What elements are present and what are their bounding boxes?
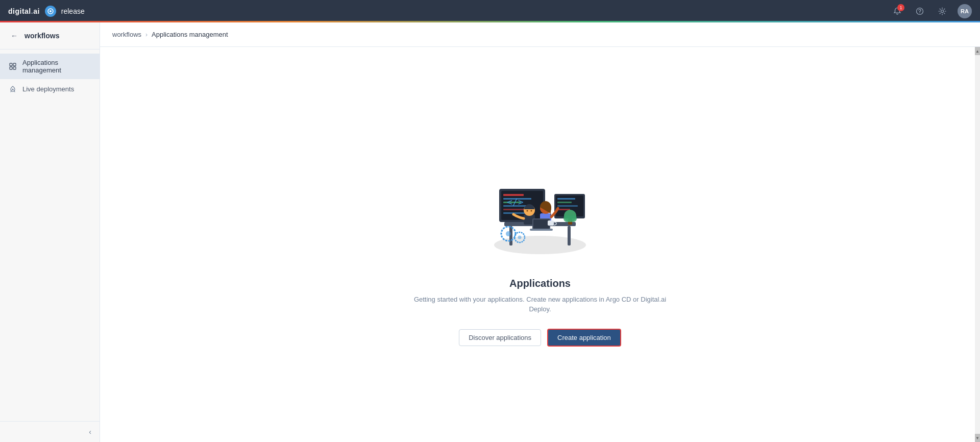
sidebar-collapse-button[interactable]: ‹ — [89, 428, 91, 436]
main-content: </> — [100, 47, 980, 442]
svg-text:</>: </> — [507, 197, 524, 207]
svg-rect-23 — [519, 222, 523, 225]
release-label: release — [61, 7, 85, 15]
svg-rect-47 — [548, 220, 554, 226]
svg-rect-26 — [557, 198, 575, 200]
svg-rect-20 — [503, 209, 526, 210]
sidebar-back-label: workflows — [24, 32, 59, 40]
svg-rect-7 — [10, 67, 12, 69]
breadcrumb: workflows › Applications management — [100, 22, 980, 47]
svg-point-45 — [564, 215, 571, 222]
svg-rect-29 — [557, 209, 570, 210]
empty-state-actions: Discover applications Create application — [459, 329, 621, 347]
svg-point-1 — [50, 10, 52, 12]
rocket-icon — [8, 84, 17, 93]
svg-point-46 — [570, 215, 577, 222]
brand-name: digital.ai — [8, 7, 40, 15]
sidebar-item-live-deployments[interactable]: Live deployments — [0, 79, 100, 99]
svg-point-9 — [12, 89, 13, 90]
svg-point-33 — [518, 235, 522, 239]
navbar-actions: 1 RA — [890, 4, 972, 18]
user-avatar[interactable]: RA — [958, 4, 972, 18]
svg-point-3 — [919, 13, 920, 13]
svg-rect-41 — [533, 219, 549, 229]
create-application-button[interactable]: Create application — [547, 329, 621, 347]
svg-point-37 — [531, 210, 532, 211]
sidebar-item-applications-management[interactable]: Applications management — [0, 54, 100, 79]
empty-state-subtitle: Getting started with your applications. … — [407, 294, 673, 314]
sidebar-item-label: Live deployments — [22, 85, 74, 93]
help-button[interactable] — [913, 4, 927, 18]
discover-applications-button[interactable]: Discover applications — [459, 329, 541, 346]
breadcrumb-parent[interactable]: workflows — [112, 31, 141, 38]
empty-state-title: Applications — [509, 278, 571, 289]
release-icon — [45, 6, 56, 17]
svg-rect-13 — [568, 226, 571, 245]
svg-rect-28 — [557, 205, 578, 207]
svg-point-31 — [506, 231, 511, 236]
scrollbar-down-button[interactable]: ▼ — [975, 434, 980, 442]
notification-badge: 1 — [897, 4, 904, 11]
sidebar-back-button[interactable]: ← workflows — [0, 22, 100, 50]
navbar-brand: digital.ai release — [8, 6, 85, 17]
scrollbar-track: ▲ ▼ — [975, 47, 980, 442]
svg-rect-42 — [530, 229, 553, 231]
scrollbar-up-button[interactable]: ▲ — [975, 47, 980, 55]
svg-rect-8 — [13, 67, 16, 69]
svg-rect-5 — [10, 63, 12, 66]
sidebar-footer: ‹ — [0, 421, 100, 442]
svg-rect-16 — [503, 194, 524, 196]
sidebar-item-label: Applications management — [22, 59, 91, 74]
svg-rect-6 — [13, 63, 16, 66]
settings-button[interactable] — [935, 4, 949, 18]
top-navbar: digital.ai release 1 — [0, 0, 980, 22]
sidebar: ← workflows Applications management — [0, 22, 100, 442]
empty-state: </> — [387, 122, 693, 367]
svg-point-10 — [494, 236, 586, 254]
breadcrumb-current: Applications management — [152, 31, 228, 38]
sidebar-nav: Applications management Live deployments — [0, 50, 100, 421]
notifications-button[interactable]: 1 — [890, 4, 904, 18]
content-area: workflows › Applications management — [100, 22, 980, 442]
breadcrumb-separator: › — [145, 31, 148, 38]
svg-point-4 — [941, 10, 944, 13]
svg-point-36 — [527, 210, 528, 211]
grid-icon — [8, 62, 17, 71]
empty-state-illustration: </> — [469, 143, 611, 265]
back-arrow-icon: ← — [8, 30, 20, 42]
svg-rect-27 — [557, 202, 572, 203]
